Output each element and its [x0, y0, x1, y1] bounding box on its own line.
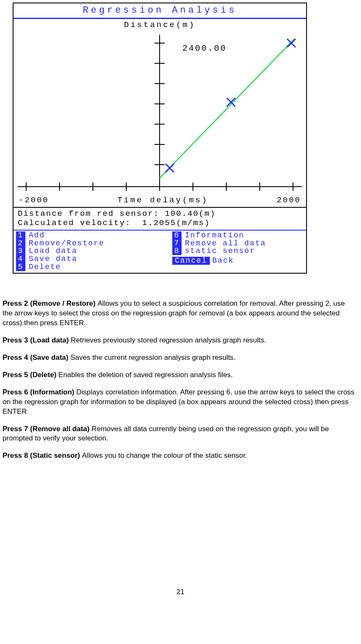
instruction-press-6: Press 6 (Information) Displays correlati…	[3, 388, 356, 417]
menu-item-cancel[interactable]: CancelBack	[172, 257, 304, 265]
instruction-press-2: Press 2 (Remove / Restore) Allows you to…	[3, 299, 356, 328]
instruction-press-3: Press 3 (Load data) Retrieves previously…	[3, 336, 356, 345]
menu-item-information[interactable]: 6Information	[172, 231, 304, 239]
menu-item-save-data[interactable]: 4Save data	[16, 255, 172, 263]
device-screenshot: Regression Analysis Distance(m)	[13, 3, 307, 274]
menu-block: 1Add 2Remove/Restore 3Load data 4Save da…	[14, 230, 306, 273]
chart-ymax-value: 2400.00	[182, 43, 227, 53]
chart-x-label: Time delay(ms)	[117, 195, 209, 206]
chart-x-axis-row: -2000 Time delay(ms) 2000	[14, 195, 306, 207]
instructions-block: Press 2 (Remove / Restore) Allows you to…	[3, 299, 356, 461]
instruction-press-7: Press 7 (Remove all data) Removes all da…	[3, 424, 356, 444]
chart-x-max: 2000	[277, 195, 301, 206]
instruction-press-4: Press 4 (Save data) Saves the current re…	[3, 353, 356, 363]
status-line-1: Distance from red sensor: 100.40(m)	[18, 209, 216, 218]
status-block: Distance from red sensor: 100.40(m) Calc…	[14, 207, 306, 230]
screenshot-title: Regression Analysis	[14, 3, 306, 19]
regression-chart: 2400.00	[14, 30, 306, 195]
page-number: 21	[3, 587, 358, 597]
menu-item-remove-all-data[interactable]: 7Remove all data	[172, 239, 304, 247]
instruction-press-5: Press 5 (Delete) Enables the deletion of…	[3, 370, 356, 380]
menu-item-add[interactable]: 1Add	[16, 231, 172, 239]
chart-y-label: Distance(m)	[14, 19, 306, 31]
chart-x-min: -2000	[19, 195, 49, 206]
instruction-press-8: Press 8 (Static sensor) Allows you to ch…	[3, 451, 356, 461]
svg-line-18	[160, 39, 294, 178]
menu-item-static-sensor[interactable]: 8static sensor	[172, 247, 304, 255]
menu-item-remove-restore[interactable]: 2Remove/Restore	[16, 239, 172, 247]
status-line-2: Calculated velocity: 1.2055(m/ms)	[18, 218, 210, 228]
menu-item-load-data[interactable]: 3Load data	[16, 247, 172, 255]
menu-item-delete[interactable]: 5Delete	[16, 263, 172, 271]
